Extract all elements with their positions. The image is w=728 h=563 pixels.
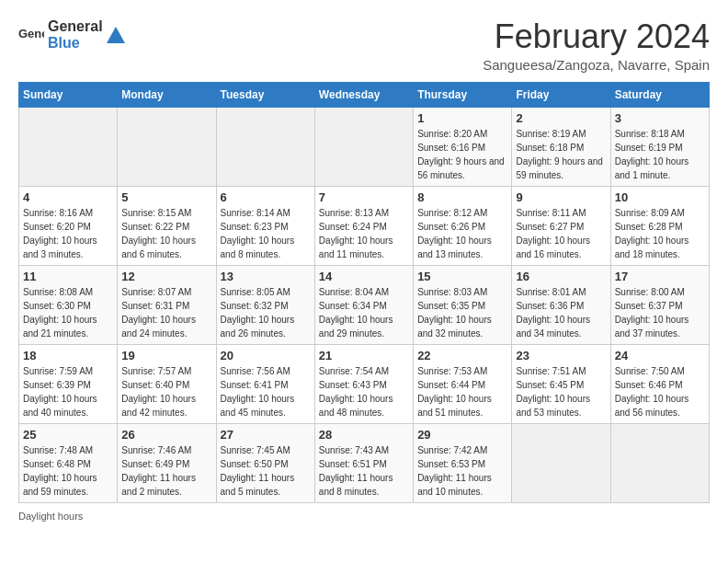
- table-cell: 21Sunrise: 7:54 AM Sunset: 6:43 PM Dayli…: [314, 344, 413, 423]
- table-cell: 7Sunrise: 8:13 AM Sunset: 6:24 PM Daylig…: [314, 186, 413, 265]
- day-number: 10: [615, 190, 705, 204]
- day-info: Sunrise: 7:57 AM Sunset: 6:40 PM Dayligh…: [121, 364, 211, 419]
- day-number: 29: [417, 428, 507, 442]
- day-number: 6: [221, 190, 311, 204]
- logo-blue-text: Blue: [48, 35, 103, 52]
- table-cell: 29Sunrise: 7:42 AM Sunset: 6:53 PM Dayli…: [414, 423, 512, 502]
- day-info: Sunrise: 7:54 AM Sunset: 6:43 PM Dayligh…: [319, 364, 409, 419]
- day-info: Sunrise: 8:00 AM Sunset: 6:37 PM Dayligh…: [615, 285, 705, 340]
- table-cell: 9Sunrise: 8:11 AM Sunset: 6:27 PM Daylig…: [512, 186, 610, 265]
- table-cell: [19, 107, 118, 186]
- header-day-monday: Monday: [118, 82, 216, 107]
- logo-triangle-icon: [107, 27, 125, 43]
- table-cell: 11Sunrise: 8:08 AM Sunset: 6:30 PM Dayli…: [19, 265, 118, 344]
- week-row-3: 18Sunrise: 7:59 AM Sunset: 6:39 PM Dayli…: [19, 344, 710, 423]
- table-cell: 17Sunrise: 8:00 AM Sunset: 6:37 PM Dayli…: [610, 265, 709, 344]
- day-info: Sunrise: 7:43 AM Sunset: 6:51 PM Dayligh…: [319, 443, 409, 499]
- day-info: Sunrise: 7:53 AM Sunset: 6:44 PM Dayligh…: [417, 364, 507, 419]
- day-number: 12: [121, 270, 211, 283]
- day-info: Sunrise: 8:15 AM Sunset: 6:22 PM Dayligh…: [121, 206, 211, 261]
- day-number: 23: [516, 349, 606, 362]
- day-info: Sunrise: 8:16 AM Sunset: 6:20 PM Dayligh…: [23, 206, 113, 261]
- week-row-2: 11Sunrise: 8:08 AM Sunset: 6:30 PM Dayli…: [19, 265, 710, 344]
- day-info: Sunrise: 8:12 AM Sunset: 6:26 PM Dayligh…: [417, 206, 507, 261]
- day-info: Sunrise: 8:03 AM Sunset: 6:35 PM Dayligh…: [417, 285, 507, 340]
- title-area: February 2024 Sangueesa/Zangoza, Navarre…: [483, 18, 710, 73]
- day-info: Sunrise: 8:05 AM Sunset: 6:32 PM Dayligh…: [221, 285, 311, 340]
- table-cell: [118, 107, 216, 186]
- main-title: February 2024: [483, 18, 710, 55]
- day-number: 21: [319, 349, 409, 362]
- table-cell: 28Sunrise: 7:43 AM Sunset: 6:51 PM Dayli…: [314, 423, 413, 502]
- day-number: 16: [516, 270, 606, 283]
- table-cell: 12Sunrise: 8:07 AM Sunset: 6:31 PM Dayli…: [118, 265, 216, 344]
- day-info: Sunrise: 7:46 AM Sunset: 6:49 PM Dayligh…: [121, 443, 211, 499]
- day-number: 3: [615, 111, 705, 125]
- day-info: Sunrise: 8:13 AM Sunset: 6:24 PM Dayligh…: [319, 206, 409, 261]
- day-number: 8: [417, 190, 507, 204]
- day-info: Sunrise: 7:50 AM Sunset: 6:46 PM Dayligh…: [615, 364, 705, 419]
- table-cell: 4Sunrise: 8:16 AM Sunset: 6:20 PM Daylig…: [19, 186, 118, 265]
- day-info: Sunrise: 7:45 AM Sunset: 6:50 PM Dayligh…: [221, 443, 311, 499]
- day-info: Sunrise: 8:11 AM Sunset: 6:27 PM Dayligh…: [516, 206, 606, 261]
- svg-marker-1: [107, 27, 125, 43]
- day-number: 2: [516, 111, 606, 125]
- day-number: 26: [121, 428, 211, 442]
- table-cell: 3Sunrise: 8:18 AM Sunset: 6:19 PM Daylig…: [610, 107, 709, 186]
- table-cell: 25Sunrise: 7:48 AM Sunset: 6:48 PM Dayli…: [19, 423, 118, 502]
- table-cell: 8Sunrise: 8:12 AM Sunset: 6:26 PM Daylig…: [414, 186, 512, 265]
- day-info: Sunrise: 8:04 AM Sunset: 6:34 PM Dayligh…: [319, 285, 409, 340]
- table-cell: 13Sunrise: 8:05 AM Sunset: 6:32 PM Dayli…: [216, 265, 314, 344]
- day-number: 9: [516, 190, 606, 204]
- table-cell: 20Sunrise: 7:56 AM Sunset: 6:41 PM Dayli…: [216, 344, 314, 423]
- day-info: Sunrise: 8:20 AM Sunset: 6:16 PM Dayligh…: [417, 127, 507, 182]
- table-cell: 14Sunrise: 8:04 AM Sunset: 6:34 PM Dayli…: [314, 265, 413, 344]
- day-number: 19: [121, 349, 211, 362]
- table-cell: 6Sunrise: 8:14 AM Sunset: 6:23 PM Daylig…: [216, 186, 314, 265]
- table-cell: 27Sunrise: 7:45 AM Sunset: 6:50 PM Dayli…: [216, 423, 314, 502]
- table-cell: 16Sunrise: 8:01 AM Sunset: 6:36 PM Dayli…: [512, 265, 610, 344]
- logo: General General Blue: [18, 18, 125, 51]
- day-number: 18: [23, 349, 113, 362]
- header-day-sunday: Sunday: [19, 82, 118, 107]
- day-info: Sunrise: 8:01 AM Sunset: 6:36 PM Dayligh…: [516, 285, 606, 340]
- week-row-1: 4Sunrise: 8:16 AM Sunset: 6:20 PM Daylig…: [19, 186, 710, 265]
- table-cell: 1Sunrise: 8:20 AM Sunset: 6:16 PM Daylig…: [414, 107, 512, 186]
- table-cell: [610, 423, 709, 502]
- day-info: Sunrise: 7:59 AM Sunset: 6:39 PM Dayligh…: [23, 364, 113, 419]
- table-cell: 2Sunrise: 8:19 AM Sunset: 6:18 PM Daylig…: [512, 107, 610, 186]
- header-day-wednesday: Wednesday: [314, 82, 413, 107]
- day-info: Sunrise: 8:08 AM Sunset: 6:30 PM Dayligh…: [23, 285, 113, 340]
- week-row-0: 1Sunrise: 8:20 AM Sunset: 6:16 PM Daylig…: [19, 107, 710, 186]
- table-cell: 19Sunrise: 7:57 AM Sunset: 6:40 PM Dayli…: [118, 344, 216, 423]
- day-number: 24: [615, 349, 705, 362]
- day-info: Sunrise: 7:51 AM Sunset: 6:45 PM Dayligh…: [516, 364, 606, 419]
- footer-note: Daylight hours: [18, 511, 710, 522]
- day-info: Sunrise: 7:42 AM Sunset: 6:53 PM Dayligh…: [417, 443, 507, 499]
- day-number: 7: [319, 190, 409, 204]
- day-number: 15: [417, 270, 507, 283]
- day-info: Sunrise: 7:48 AM Sunset: 6:48 PM Dayligh…: [23, 443, 113, 499]
- week-row-4: 25Sunrise: 7:48 AM Sunset: 6:48 PM Dayli…: [19, 423, 710, 502]
- page-header: General General Blue February 2024 Sangu…: [18, 18, 710, 73]
- logo-general-text: General: [48, 18, 103, 35]
- table-cell: 23Sunrise: 7:51 AM Sunset: 6:45 PM Dayli…: [512, 344, 610, 423]
- day-info: Sunrise: 8:14 AM Sunset: 6:23 PM Dayligh…: [221, 206, 311, 261]
- day-number: 5: [121, 190, 211, 204]
- table-cell: 22Sunrise: 7:53 AM Sunset: 6:44 PM Dayli…: [414, 344, 512, 423]
- logo-icon: General: [18, 25, 44, 45]
- table-cell: 5Sunrise: 8:15 AM Sunset: 6:22 PM Daylig…: [118, 186, 216, 265]
- header-day-saturday: Saturday: [610, 82, 709, 107]
- day-number: 22: [417, 349, 507, 362]
- day-info: Sunrise: 8:19 AM Sunset: 6:18 PM Dayligh…: [516, 127, 606, 182]
- header-day-tuesday: Tuesday: [216, 82, 314, 107]
- subtitle: Sangueesa/Zangoza, Navarre, Spain: [483, 57, 710, 73]
- header-day-thursday: Thursday: [414, 82, 512, 107]
- day-number: 27: [221, 428, 311, 442]
- day-number: 14: [319, 270, 409, 283]
- day-number: 28: [319, 428, 409, 442]
- day-info: Sunrise: 7:56 AM Sunset: 6:41 PM Dayligh…: [221, 364, 311, 419]
- header-row: SundayMondayTuesdayWednesdayThursdayFrid…: [19, 82, 710, 107]
- day-number: 13: [221, 270, 311, 283]
- table-cell: [314, 107, 413, 186]
